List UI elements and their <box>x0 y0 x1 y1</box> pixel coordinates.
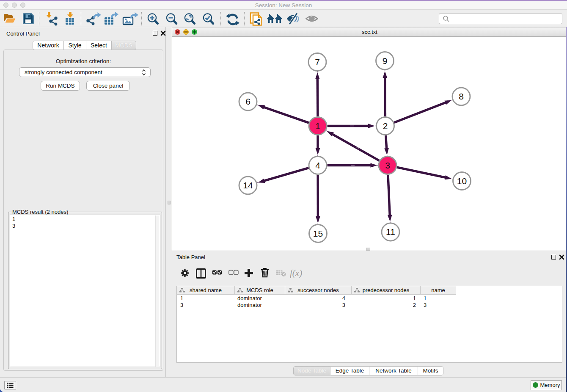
svg-text:1: 1 <box>315 121 320 131</box>
svg-text:9: 9 <box>383 56 388 66</box>
svg-text:6: 6 <box>245 97 250 106</box>
svg-text:8: 8 <box>459 91 464 101</box>
svg-text:2: 2 <box>383 121 388 131</box>
svg-text:10: 10 <box>457 176 467 186</box>
svg-text:11: 11 <box>386 227 395 237</box>
svg-text:4: 4 <box>315 160 320 170</box>
svg-text:3: 3 <box>385 160 390 170</box>
svg-text:15: 15 <box>313 229 323 238</box>
svg-text:14: 14 <box>243 180 253 190</box>
svg-text:7: 7 <box>315 57 320 67</box>
